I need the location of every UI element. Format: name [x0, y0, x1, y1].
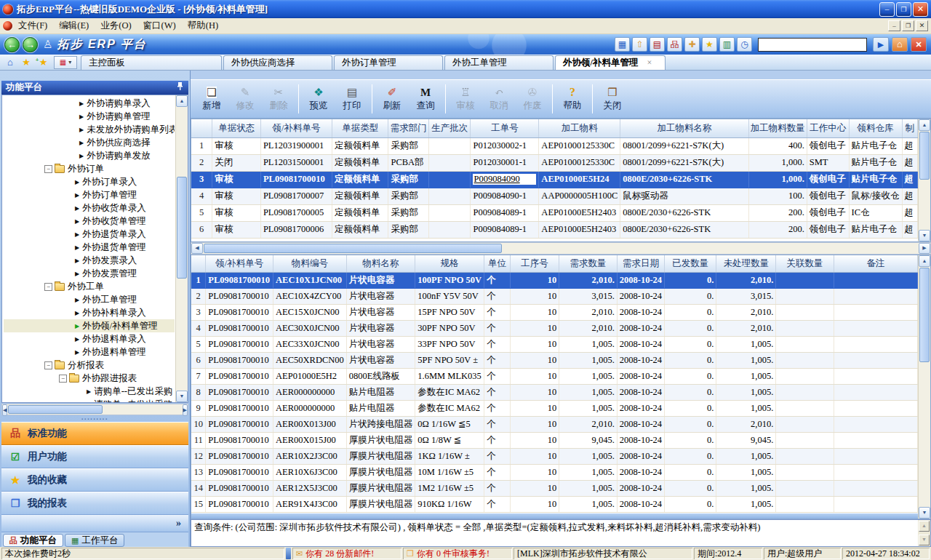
column-header-8[interactable]: 加工物料数量 [748, 119, 807, 137]
query-scroll-down-icon[interactable] [919, 535, 930, 545]
tree-item-0[interactable]: 外协请购单录入 [4, 97, 175, 110]
tree-item-18[interactable]: 外协退料单录入 [4, 332, 175, 345]
table-row[interactable]: 3PL09081700010AEC15X0JCN00片状电容器15PF NPO … [191, 304, 918, 320]
scroll-thumb[interactable] [919, 268, 930, 362]
table-row[interactable]: 1PL09081700010AEC10X1JCN00片状电容器100PF NPO… [191, 272, 918, 288]
scroll-left-icon[interactable] [2, 404, 7, 416]
sidebar-splitter[interactable] [1, 415, 188, 422]
expand-collapse-icon[interactable] [44, 165, 52, 173]
scroll-up-icon[interactable] [176, 95, 188, 107]
document-tab-0[interactable]: 主控面板 [81, 55, 222, 70]
tree-item-7[interactable]: 外协订单管理 [4, 188, 175, 201]
table-row[interactable]: 5审核PL09081700005定额领料单采购部P009084089-1AEP0… [191, 204, 918, 221]
restore-button[interactable] [896, 2, 911, 17]
nav-overflow-chevron[interactable] [1, 515, 188, 532]
toolbar-button-preview[interactable]: 预览 [302, 81, 335, 116]
table-row[interactable]: 8PL09081700010AER000000000贴片电阻器参数在IC MA6… [191, 384, 918, 400]
table-row[interactable]: 11PL09081700010AER00X015J00厚膜片状电阻器0Ω 1/8… [191, 432, 918, 448]
quick-search-input[interactable] [758, 38, 867, 52]
scroll-thumb[interactable] [204, 244, 502, 253]
tree-item-20[interactable]: 分析报表 [4, 359, 175, 372]
column-header-9[interactable]: 工作中心 [807, 119, 849, 137]
tree-item-19[interactable]: 外协退料单管理 [4, 345, 175, 359]
favorite-icon[interactable] [19, 57, 33, 68]
table-row[interactable]: 9PL09081700010AER000000000贴片电阻器参数在IC MA6… [191, 400, 918, 416]
scroll-thumb[interactable] [8, 405, 103, 414]
back-button[interactable] [4, 37, 20, 52]
column-header-8[interactable]: 已发数量 [665, 255, 716, 272]
tree-item-22[interactable]: 请购单--已发出采购 [4, 385, 175, 398]
toolbar-button-close[interactable]: 关闭 [596, 81, 629, 116]
tree-item-5[interactable]: 外协订单 [4, 162, 175, 175]
column-header-4[interactable]: 生产批次 [429, 119, 471, 137]
tree-item-1[interactable]: 外协请购单管理 [4, 110, 175, 123]
toolbar-button-help[interactable]: 帮助 [556, 81, 589, 116]
mdi-minimize-button[interactable] [888, 20, 900, 31]
sidebar-nav-user-functions[interactable]: 用户功能 [1, 445, 188, 468]
scroll-down-icon[interactable] [919, 230, 930, 241]
grid-icon[interactable]: ▦ [615, 37, 630, 52]
minimize-button[interactable] [879, 2, 895, 17]
table-row[interactable]: 6PL09081700010AEC50XRDCN00片状电容器5PF NPO 5… [191, 352, 918, 368]
mdi-restore-button[interactable] [902, 20, 914, 31]
column-header-11[interactable]: 备注 [834, 255, 917, 272]
column-header-3[interactable]: 需求部门 [388, 119, 429, 137]
document-tab-1[interactable]: 外协供应商选择 [223, 55, 332, 70]
tree-item-6[interactable]: 外协订单录入 [4, 175, 175, 188]
table-row[interactable]: 6审核PL09081700006定额领料单采购部P009084089-1AEP0… [191, 221, 918, 238]
folder-add-icon[interactable]: ✚ [684, 37, 700, 52]
detail-grid-footer-scrollbar[interactable] [191, 513, 918, 519]
sidebar-nav-standard-functions[interactable]: 标准功能 [1, 422, 188, 445]
folder-up-icon[interactable]: ⇧ [632, 37, 647, 52]
status-audit-tasks[interactable]: 你有 0 件审核事务! [403, 548, 512, 559]
expand-collapse-icon[interactable] [44, 361, 52, 369]
tree-item-2[interactable]: 未发放外协请购单列表 [4, 123, 175, 136]
table-row[interactable]: 4PL09081700010AEC30X0JCN00片状电容器30PF NPO … [191, 320, 918, 336]
scroll-right-icon[interactable] [183, 404, 188, 416]
master-grid-scrollbar[interactable] [918, 119, 930, 241]
scroll-up-icon[interactable] [919, 119, 930, 131]
status-new-mail[interactable]: 你有 28 份新邮件! [292, 548, 401, 559]
tree-item-23[interactable]: 请购单--未发出采购 [4, 398, 175, 403]
column-header-4[interactable]: 单位 [484, 255, 511, 272]
tree-item-16[interactable]: 外协补料单录入 [4, 306, 175, 319]
column-header-11[interactable]: 制 [902, 119, 918, 137]
tree-hscrollbar[interactable] [1, 404, 188, 415]
column-header-0[interactable]: 单据状态 [212, 119, 260, 137]
tree-item-10[interactable]: 外协退货单录入 [4, 228, 175, 241]
toolbar-button-query[interactable]: 查询 [409, 81, 442, 116]
expand-collapse-icon[interactable] [44, 283, 52, 291]
column-header-6[interactable]: 需求数量 [559, 255, 618, 272]
column-header-5[interactable]: 工单号 [471, 119, 539, 137]
table-row[interactable]: 1审核PL12031900001定额领料单采购部P012030002-1AEP0… [191, 137, 918, 154]
scroll-right-icon[interactable] [919, 243, 930, 254]
expand-collapse-icon[interactable] [59, 375, 67, 383]
query-scroll-up-icon[interactable] [919, 521, 930, 532]
scroll-thumb[interactable] [177, 177, 187, 279]
detail-grid-scrollbar[interactable] [918, 255, 930, 519]
clock-icon[interactable]: ◷ [737, 37, 752, 52]
tab-close-icon[interactable] [647, 57, 652, 68]
column-header-0[interactable]: 领/补料单号 [206, 255, 273, 272]
tree-item-17[interactable]: 外协领/补料单管理 [4, 319, 175, 332]
table-row[interactable]: 2关闭PL12031500001定额领料单PCBA部P012030001-1AE… [191, 154, 918, 171]
tree-item-14[interactable]: 外协工单 [4, 280, 175, 293]
exit-button[interactable] [911, 37, 927, 52]
scroll-left-icon[interactable] [191, 243, 203, 254]
address-book-icon[interactable]: ▤ [650, 37, 665, 52]
user-card-icon[interactable]: ▥ [719, 37, 735, 52]
scroll-up-icon[interactable] [919, 255, 930, 267]
sidebar-nav-my-reports[interactable]: 我的报表 [1, 492, 188, 515]
tree-item-3[interactable]: 外协供应商选择 [4, 136, 175, 149]
scroll-down-icon[interactable] [176, 391, 188, 402]
table-row[interactable]: 15PL09081700010AER91X4J3C00厚膜片状电阻器910KΩ … [191, 496, 918, 512]
table-row[interactable]: 2PL09081700010AEC10X4ZCY00片状电容器100nF Y5V… [191, 288, 918, 304]
scroll-thumb[interactable] [919, 132, 930, 180]
table-row[interactable]: 3审核PL09081700010定额领料单采购部P009084090AEP010… [191, 171, 918, 188]
mdi-close-button[interactable] [916, 20, 928, 31]
table-row[interactable]: 14PL09081700010AER12X5J3C00厚膜片状电阻器1M2 1/… [191, 480, 918, 496]
close-button[interactable] [913, 2, 928, 17]
tab-function-platform[interactable]: 功能平台 [3, 534, 63, 547]
inline-editor[interactable]: P009084090 [473, 174, 536, 185]
org-chart-icon[interactable]: 品 [667, 37, 682, 52]
